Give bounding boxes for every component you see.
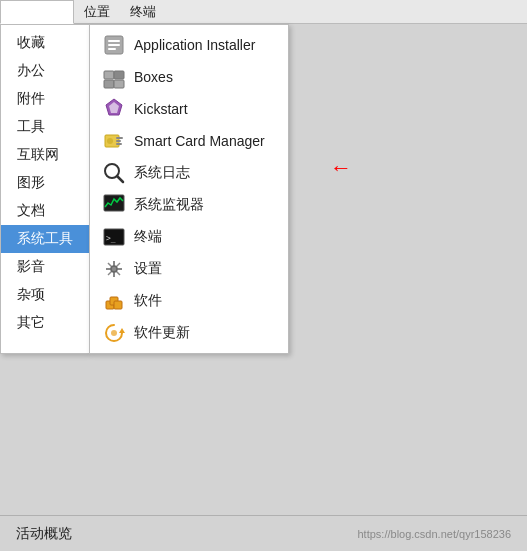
app-smartcard-label: Smart Card Manager: [134, 133, 265, 149]
app-settings-icon: [102, 257, 126, 281]
svg-point-29: [111, 330, 117, 336]
svg-rect-14: [116, 143, 122, 145]
svg-rect-3: [108, 48, 116, 50]
svg-rect-27: [114, 301, 122, 309]
svg-rect-17: [104, 195, 124, 211]
category-favorites[interactable]: 收藏: [1, 29, 89, 57]
app-sysmon[interactable]: 系统监视器: [90, 189, 288, 221]
app-settings[interactable]: 设置: [90, 253, 288, 285]
category-other[interactable]: 其它: [1, 309, 89, 337]
app-kickstart-label: Kickstart: [134, 101, 188, 117]
svg-rect-6: [104, 80, 114, 88]
category-panel: 收藏 办公 附件 工具 互联网 图形 文档 系统工具 影音 杂项 其它: [0, 24, 89, 354]
app-software-icon: [102, 289, 126, 313]
app-sysmon-icon: [102, 193, 126, 217]
arrow-kickstart: ←: [330, 155, 352, 181]
svg-rect-13: [116, 140, 121, 142]
svg-rect-12: [116, 137, 123, 139]
top-menubar: 应用程序 位置 终端: [0, 0, 527, 24]
svg-line-16: [117, 176, 123, 182]
svg-rect-7: [114, 80, 124, 88]
app-installer-label: Application Installer: [134, 37, 255, 53]
activity-label: 活动概览: [16, 525, 72, 543]
app-terminal-icon: >_: [102, 225, 126, 249]
app-kickstart-icon: [102, 97, 126, 121]
menu-item-places[interactable]: 位置: [74, 1, 120, 23]
app-smartcard-icon: [102, 129, 126, 153]
app-boxes-label: Boxes: [134, 69, 173, 85]
app-syslog-icon: [102, 161, 126, 185]
menu-item-terminal[interactable]: 终端: [120, 1, 166, 23]
menu-item-apps[interactable]: 应用程序: [0, 0, 74, 24]
svg-rect-4: [104, 71, 114, 79]
category-docs[interactable]: 文档: [1, 197, 89, 225]
app-installer[interactable]: Application Installer: [90, 29, 288, 61]
apps-panel: Application Installer Boxes Kickstar: [89, 24, 289, 354]
svg-point-11: [107, 138, 113, 144]
app-software-label: 软件: [134, 292, 162, 310]
svg-rect-2: [108, 44, 120, 46]
app-syslog[interactable]: 系统日志: [90, 157, 288, 189]
app-kickstart[interactable]: Kickstart: [90, 93, 288, 125]
category-accessories[interactable]: 附件: [1, 85, 89, 113]
app-boxes[interactable]: Boxes: [90, 61, 288, 93]
app-boxes-icon: [102, 65, 126, 89]
svg-text:>_: >_: [106, 234, 116, 243]
app-installer-icon: [102, 33, 126, 57]
app-sysmon-label: 系统监视器: [134, 196, 204, 214]
dropdown-container: 收藏 办公 附件 工具 互联网 图形 文档 系统工具 影音 杂项 其它 Appl…: [0, 24, 289, 354]
app-update-icon: [102, 321, 126, 345]
svg-rect-5: [114, 71, 124, 79]
category-media[interactable]: 影音: [1, 253, 89, 281]
watermark: https://blog.csdn.net/qyr158236: [358, 528, 512, 540]
category-misc[interactable]: 杂项: [1, 281, 89, 309]
bottom-bar: 活动概览 https://blog.csdn.net/qyr158236: [0, 515, 527, 551]
category-internet[interactable]: 互联网: [1, 141, 89, 169]
app-update[interactable]: 软件更新: [90, 317, 288, 349]
svg-rect-1: [108, 40, 120, 42]
app-software[interactable]: 软件: [90, 285, 288, 317]
app-settings-label: 设置: [134, 260, 162, 278]
svg-marker-28: [119, 328, 125, 333]
app-smartcard[interactable]: Smart Card Manager: [90, 125, 288, 157]
app-update-label: 软件更新: [134, 324, 190, 342]
category-graphics[interactable]: 图形: [1, 169, 89, 197]
app-terminal[interactable]: >_ 终端: [90, 221, 288, 253]
category-system-tools[interactable]: 系统工具: [1, 225, 89, 253]
app-terminal-label: 终端: [134, 228, 162, 246]
category-tools[interactable]: 工具: [1, 113, 89, 141]
category-office[interactable]: 办公: [1, 57, 89, 85]
app-syslog-label: 系统日志: [134, 164, 190, 182]
